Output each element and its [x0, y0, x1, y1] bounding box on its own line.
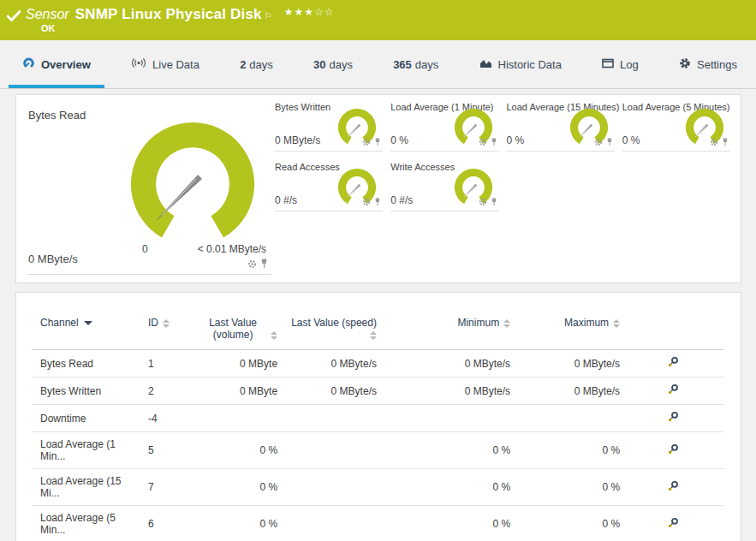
- channel-name-cell: Load Average (5 Min...: [32, 506, 140, 541]
- column-header-maximum[interactable]: Maximum: [512, 305, 622, 350]
- edit-channel-icon[interactable]: [667, 517, 679, 532]
- channel-name-cell: Bytes Written: [32, 378, 140, 405]
- pin-icon[interactable]: [374, 134, 381, 150]
- tab-log[interactable]: Log: [588, 40, 652, 88]
- sensor-overview-page: Sensor SNMP Linux Physical Disk ⚐ ★★★☆☆ …: [0, 0, 756, 541]
- tab-settings-label: Settings: [697, 58, 737, 71]
- gauge-value: 0 %: [390, 134, 408, 146]
- table-row[interactable]: Downtime -4: [32, 405, 723, 432]
- tab-overview[interactable]: Overview: [9, 40, 104, 88]
- gauge-tile-load-average-15min: Load Average (15 Minutes) 0 %: [507, 102, 615, 152]
- tab-365-days-number: 365: [393, 58, 412, 71]
- pin-icon[interactable]: [374, 194, 381, 210]
- channels-table: Channel ID Last Value (volume) Last Valu…: [32, 305, 723, 541]
- gauge-scale-min: 0: [142, 243, 148, 255]
- tab-365-days[interactable]: 365days: [379, 40, 452, 88]
- edit-channel-icon[interactable]: [667, 383, 679, 398]
- column-header-actions: [622, 305, 723, 350]
- edit-channel-icon[interactable]: [667, 356, 679, 371]
- tab-historic-data-label: Historic Data: [498, 58, 562, 71]
- column-header-channel[interactable]: Channel: [32, 305, 140, 350]
- last-value-volume-cell: 0 %: [184, 506, 279, 541]
- gauges-panel: Bytes Read 0 < 0.01 MByte/s 0 MByte/s By…: [15, 94, 741, 283]
- gear-icon[interactable]: [479, 194, 487, 210]
- tab-2-days-number: 2: [240, 58, 246, 71]
- column-header-last-value-speed[interactable]: Last Value (speed): [279, 305, 378, 350]
- bytes-read-gauge: [122, 121, 265, 251]
- tab-365-days-unit: days: [415, 58, 438, 71]
- last-value-volume-cell: 0 MByte: [184, 378, 279, 405]
- gear-icon[interactable]: [594, 134, 603, 150]
- channel-id-cell: 2: [140, 378, 184, 405]
- priority-stars[interactable]: ★★★☆☆: [284, 6, 335, 18]
- sort-desc-icon: [84, 321, 92, 325]
- minimum-cell: [378, 405, 512, 432]
- pin-icon[interactable]: [260, 257, 268, 272]
- stars-filled: ★★★: [284, 6, 314, 18]
- last-value-speed-cell: [279, 432, 378, 469]
- last-value-speed-cell: [279, 506, 378, 541]
- pin-icon[interactable]: [606, 134, 613, 150]
- stars-empty: ☆☆: [314, 6, 335, 18]
- last-value-speed-cell: [279, 469, 378, 506]
- gauge-value: 0 MByte/s: [28, 253, 78, 265]
- edit-channel-icon[interactable]: [667, 443, 679, 458]
- edit-channel-icon[interactable]: [667, 411, 679, 425]
- minimum-cell: 0 MByte/s: [378, 378, 512, 405]
- gauge-tile-write-accesses: Write Accesses 0 #/s: [390, 162, 498, 211]
- channel-id-cell: 6: [140, 506, 184, 541]
- tab-live-data[interactable]: Live Data: [117, 40, 213, 88]
- table-row[interactable]: Bytes Read 1 0 MByte 0 MByte/s 0 MByte/s…: [32, 350, 723, 378]
- ok-check-icon: [7, 9, 21, 25]
- gauge-value: 0 %: [622, 134, 640, 146]
- minimum-cell: 0 %: [378, 469, 512, 506]
- tab-2-days[interactable]: 2days: [226, 40, 287, 88]
- sort-icon: [163, 319, 170, 328]
- gauge-value: 0 #/s: [275, 194, 297, 206]
- gauge-tile-read-accesses: Read Accesses 0 #/s: [275, 162, 383, 211]
- last-value-speed-cell: 0 MByte/s: [279, 350, 378, 378]
- minimum-cell: 0 %: [378, 432, 512, 469]
- tab-30-days-number: 30: [313, 58, 325, 71]
- last-value-volume-cell: 0 MByte: [184, 350, 279, 378]
- object-kind-label: Sensor: [26, 7, 69, 22]
- gauge-scale-max: < 0.01 MByte/s: [198, 243, 266, 255]
- tab-live-data-label: Live Data: [152, 58, 199, 71]
- last-value-volume-cell: 0 %: [184, 469, 279, 506]
- tab-historic-data[interactable]: Historic Data: [466, 40, 575, 88]
- tab-settings[interactable]: Settings: [665, 40, 751, 88]
- channel-id-cell: -4: [140, 405, 184, 432]
- table-row[interactable]: Load Average (1 Min... 5 0 % 0 % 0 %: [32, 432, 723, 469]
- flag-icon[interactable]: ⚐: [265, 11, 272, 21]
- gear-icon[interactable]: [710, 134, 718, 150]
- maximum-cell: 0 %: [512, 506, 622, 541]
- column-header-speed-label: Last Value (speed): [291, 317, 377, 329]
- gauge-tile-load-average-5min: Load Average (5 Minutes) 0 %: [622, 102, 730, 152]
- gear-icon[interactable]: [362, 194, 371, 210]
- gauge-tile-bytes-read: Bytes Read 0 < 0.01 MByte/s 0 MByte/s: [27, 102, 271, 275]
- gear-icon: [679, 57, 691, 72]
- column-header-minimum[interactable]: Minimum: [378, 305, 512, 350]
- table-row[interactable]: Load Average (15 Mi... 7 0 % 0 % 0 %: [32, 469, 723, 506]
- minimum-cell: 0 MByte/s: [378, 350, 512, 378]
- area-chart-icon: [479, 58, 492, 71]
- maximum-cell: 0 MByte/s: [512, 378, 622, 405]
- column-header-id[interactable]: ID: [140, 305, 184, 350]
- tab-log-label: Log: [620, 58, 639, 71]
- gear-icon[interactable]: [362, 134, 371, 150]
- edit-channel-icon[interactable]: [667, 480, 679, 495]
- table-row[interactable]: Bytes Written 2 0 MByte 0 MByte/s 0 MByt…: [32, 378, 723, 405]
- channel-id-cell: 1: [140, 350, 184, 378]
- last-value-speed-cell: 0 MByte/s: [279, 378, 378, 405]
- tab-30-days[interactable]: 30days: [300, 40, 366, 88]
- pin-icon[interactable]: [722, 134, 729, 150]
- gear-icon[interactable]: [247, 257, 257, 272]
- gear-icon[interactable]: [479, 134, 487, 150]
- pin-icon[interactable]: [491, 134, 497, 150]
- table-row[interactable]: Load Average (5 Min... 6 0 % 0 % 0 %: [32, 506, 723, 541]
- pin-icon[interactable]: [491, 194, 497, 210]
- maximum-cell: 0 %: [512, 469, 622, 506]
- column-header-channel-label: Channel: [40, 317, 79, 329]
- column-header-last-value-volume[interactable]: Last Value (volume): [184, 305, 279, 350]
- sort-icon: [370, 331, 377, 340]
